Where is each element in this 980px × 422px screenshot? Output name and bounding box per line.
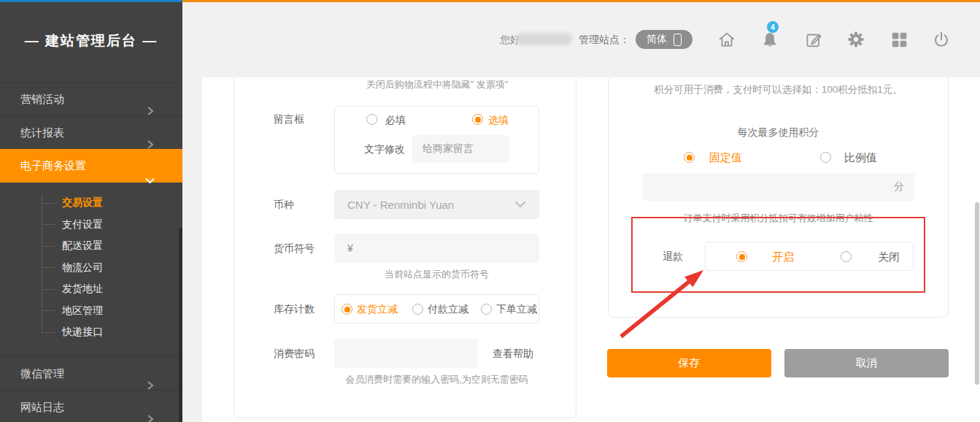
gear-icon[interactable] <box>846 30 865 49</box>
content-page: 关闭后购物流程中将隐藏” 发票项” 留言框 必填 选填 文字修改 币种 CNY … <box>202 77 980 422</box>
consume-password-note: 会员消费时需要的输入密码,为空则无需密码 <box>334 374 539 385</box>
message-text-input[interactable] <box>412 135 509 163</box>
points-unit-suffix: 分 <box>894 180 904 193</box>
option-message-required[interactable]: 必填 <box>385 112 406 127</box>
topbar-orange-strip <box>182 0 980 2</box>
chevron-right-icon <box>147 403 155 422</box>
sidebar: — 建站管理后台 — 营销活动 统计报表 电子商务设置 交易设置 支付设置 配送… <box>0 2 182 422</box>
sidebar-item-ecommerce-settings[interactable]: 电子商务设置 <box>0 149 182 183</box>
edit-icon[interactable] <box>804 30 823 49</box>
admin-screen: — 建站管理后台 — 营销活动 统计报表 电子商务设置 交易设置 支付设置 配送… <box>0 0 980 422</box>
option-points-ratio[interactable]: 比例值 <box>844 150 877 165</box>
option-stock-ship-deduct[interactable]: 发货立减 <box>357 302 398 316</box>
sidebar-subitem-trade-settings[interactable]: 交易设置 <box>0 192 182 214</box>
radio-message-optional[interactable] <box>472 114 483 125</box>
sidebar-subitem-delivery-settings[interactable]: 配送设置 <box>0 235 182 257</box>
option-points-fixed[interactable]: 固定值 <box>709 150 742 165</box>
language-site-switch-button[interactable]: 简体 <box>636 30 692 49</box>
option-refund-off[interactable]: 关闭 <box>878 250 900 264</box>
text-edit-label: 文字修改 <box>364 142 405 156</box>
app-title: — 建站管理后台 — <box>0 31 182 50</box>
language-label: 简体 <box>647 33 667 46</box>
sidebar-submenu: 交易设置 支付设置 配送设置 物流公司 发货地址 地区管理 快递接口 <box>0 192 182 343</box>
radio-refund-on[interactable] <box>736 251 747 262</box>
cancel-button[interactable]: 取消 <box>784 349 949 377</box>
sidebar-item-label: 统计报表 <box>20 126 64 139</box>
notification-badge: 4 <box>767 21 779 33</box>
power-icon[interactable] <box>932 30 951 49</box>
radio-points-fixed[interactable] <box>684 152 695 163</box>
max-points-label: 每次最多使用积分 <box>608 125 949 139</box>
manage-site-label: 管理站点： <box>579 34 630 47</box>
radio-refund-off[interactable] <box>841 251 852 262</box>
sidebar-subitem-shipping-address[interactable]: 发货地址 <box>0 278 182 300</box>
home-icon[interactable] <box>717 30 736 49</box>
page-scrollbar[interactable] <box>975 202 979 385</box>
sidebar-scrollbar[interactable] <box>179 228 182 422</box>
sidebar-item-wechat[interactable]: 微信管理 <box>0 356 182 390</box>
points-usage-note: 积分可用于消费，支付时可以选择如：100积分抵扣1元。 <box>608 84 949 96</box>
option-refund-on[interactable]: 开启 <box>772 250 794 264</box>
currency-symbol-note: 当前站点显示的货币符号 <box>334 269 539 280</box>
sidebar-subitem-payment-settings[interactable]: 支付设置 <box>0 214 182 236</box>
consume-password-label: 消费密码 <box>274 346 315 361</box>
red-pointer-arrow <box>598 259 722 347</box>
chevron-down-icon <box>514 201 526 208</box>
sidebar-item-site-logs[interactable]: 网站日志 <box>0 390 182 422</box>
radio-points-ratio[interactable] <box>820 152 831 163</box>
invoice-hide-note: 关闭后购物流程中将隐藏” 发票项” <box>334 79 540 91</box>
radio-message-required[interactable] <box>366 114 377 125</box>
max-points-input[interactable]: 分 <box>642 173 914 201</box>
radio-stock-ship-deduct[interactable] <box>342 304 352 315</box>
stock-count-label: 库存计数 <box>274 302 315 316</box>
consume-password-input[interactable] <box>334 339 478 368</box>
sidebar-subitem-region-management[interactable]: 地区管理 <box>0 300 182 322</box>
option-stock-pay-deduct[interactable]: 付款立减 <box>428 302 468 316</box>
currency-symbol-label: 货币符号 <box>274 241 315 256</box>
radio-stock-pay-deduct[interactable] <box>412 304 423 315</box>
apps-grid-icon[interactable] <box>890 30 908 49</box>
sidebar-subitem-logistics-company[interactable]: 物流公司 <box>0 257 182 279</box>
view-help-link[interactable]: 查看帮助 <box>493 346 533 361</box>
option-stock-order-deduct[interactable]: 下单立减 <box>496 302 537 316</box>
currency-select[interactable]: CNY - Renminbi Yuan <box>334 190 539 219</box>
option-message-optional[interactable]: 选填 <box>488 112 509 127</box>
sidebar-item-label: 营销活动 <box>20 93 64 105</box>
sidebar-item-label: 网站日志 <box>20 401 64 413</box>
currency-label: 币种 <box>274 197 294 212</box>
bell-icon[interactable] <box>760 30 779 49</box>
radio-stock-order-deduct[interactable] <box>481 304 492 315</box>
save-button[interactable]: 保存 <box>607 349 771 377</box>
mobile-phone-icon <box>674 34 682 46</box>
message-box-label: 留言框 <box>274 112 304 126</box>
masked-username <box>517 33 572 45</box>
sidebar-item-label: 电子商务设置 <box>20 159 86 172</box>
sidebar-subitem-express-interface[interactable]: 快递接口 <box>0 321 182 343</box>
currency-select-value: CNY - Renminbi Yuan <box>347 199 454 211</box>
currency-symbol-input[interactable] <box>334 234 539 263</box>
sidebar-item-marketing[interactable]: 营销活动 <box>0 82 182 115</box>
sidebar-item-label: 微信管理 <box>20 367 64 380</box>
sidebar-item-reports[interactable]: 统计报表 <box>0 115 182 149</box>
